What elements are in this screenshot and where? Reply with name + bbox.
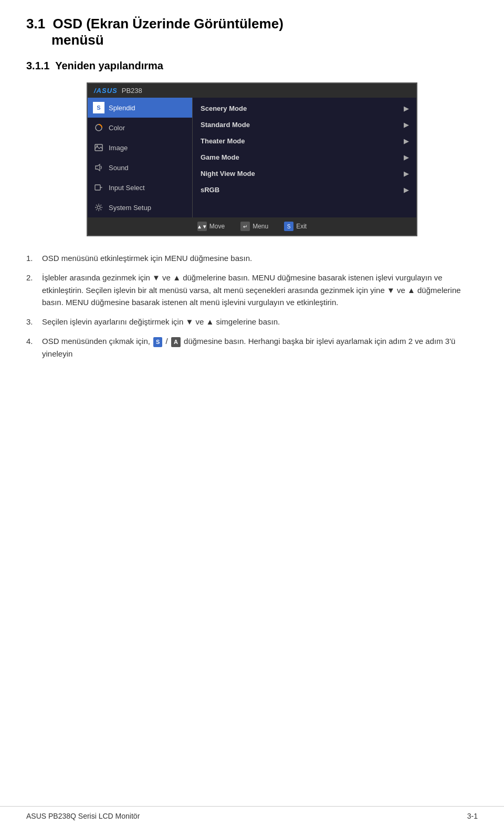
game-mode-label: Game Mode (201, 153, 239, 161)
exit-label: Exit (296, 223, 307, 230)
section-title: 3.1 OSD (Ekran Üzerinde Görüntüleme) men… (26, 16, 478, 48)
item-4-num: 4. (26, 335, 42, 360)
scenery-mode-label: Scenery Mode (201, 104, 247, 112)
standard-mode-label: Standard Mode (201, 121, 250, 129)
sub-item-scenery[interactable]: Scenery Mode ▶ (193, 100, 416, 117)
sub-item-theater[interactable]: Theater Mode ▶ (193, 133, 416, 149)
move-label: Move (209, 223, 225, 230)
input-select-icon (93, 182, 104, 193)
srgb-label: sRGB (201, 186, 219, 194)
left-menu: S Splendid Color Image (88, 98, 193, 217)
color-label: Color (109, 124, 125, 132)
item-1-num: 1. (26, 252, 42, 264)
monitor-mockup: /ASUS PB238 S Splendid Color Imag (87, 82, 417, 236)
right-menu: Scenery Mode ▶ Standard Mode ▶ Theater M… (193, 98, 416, 217)
menu-item-splendid[interactable]: S Splendid (88, 98, 192, 118)
item-3-num: 3. (26, 316, 42, 328)
monitor-model: PB238 (122, 87, 142, 95)
body-item-4: 4. OSD menüsünden çıkmak için, S / A düğ… (26, 335, 478, 360)
menu-item-color[interactable]: Color (88, 118, 192, 138)
system-setup-icon (93, 202, 104, 213)
menu-icon: ↵ (240, 222, 250, 231)
menu-item-sound[interactable]: Sound (88, 158, 192, 177)
item-2-text: İşlebler arasında gezinmek için ▼ ve ▲ d… (42, 271, 478, 308)
item-3-text: Seçilen işlevin ayarlarını değiştirmek i… (42, 316, 478, 328)
game-arrow: ▶ (404, 154, 408, 161)
footer-menu-btn[interactable]: ↵ Menu (240, 222, 268, 231)
body-item-2: 2. İşlebler arasında gezinmek için ▼ ve … (26, 271, 478, 308)
scenery-arrow: ▶ (404, 105, 408, 112)
item-1-text: OSD menüsünü etkinleştirmek için MENU dü… (42, 252, 478, 264)
subsection-title: 3.1.1 Yeniden yapılandırma (26, 60, 478, 72)
page-footer: ASUS PB238Q Serisi LCD Monitör 3-1 (0, 806, 504, 820)
night-view-label: Night View Mode (201, 170, 255, 177)
footer-exit-btn[interactable]: S Exit (284, 222, 307, 231)
monitor-header: /ASUS PB238 (88, 83, 416, 98)
s-key: S (153, 337, 162, 347)
srgb-arrow: ▶ (404, 186, 408, 194)
footer-right: 3-1 (467, 812, 478, 820)
system-setup-label: System Setup (109, 204, 151, 212)
monitor-footer: ▲▼ Move ↵ Menu S Exit (88, 217, 416, 235)
sound-label: Sound (109, 164, 129, 172)
exit-s-icon: S (284, 222, 293, 231)
sub-item-srgb[interactable]: sRGB ▶ (193, 182, 416, 198)
svg-rect-4 (95, 185, 100, 190)
svg-point-2 (97, 145, 98, 147)
color-icon (93, 122, 104, 133)
splendid-icon: S (93, 102, 104, 113)
theater-mode-label: Theater Mode (201, 137, 245, 145)
theater-arrow: ▶ (404, 138, 408, 145)
monitor-body: S Splendid Color Image (88, 98, 416, 217)
asus-logo: /ASUS (94, 87, 118, 95)
body-item-3: 3. Seçilen işlevin ayarlarını değiştirme… (26, 316, 478, 328)
image-icon (93, 142, 104, 153)
menu-label: Menu (253, 223, 268, 230)
menu-item-system-setup[interactable]: System Setup (88, 197, 192, 217)
input-select-label: Input Select (109, 184, 145, 192)
splendid-label: Splendid (109, 104, 135, 112)
body-item-1: 1. OSD menüsünü etkinleştirmek için MENU… (26, 252, 478, 264)
footer-move-btn[interactable]: ▲▼ Move (197, 222, 225, 231)
standard-arrow: ▶ (404, 121, 408, 129)
menu-item-image[interactable]: Image (88, 138, 192, 158)
sub-item-game[interactable]: Game Mode ▶ (193, 149, 416, 165)
sub-item-standard[interactable]: Standard Mode ▶ (193, 117, 416, 133)
sound-icon (93, 162, 104, 173)
image-label: Image (109, 144, 128, 152)
a-key: A (171, 337, 181, 347)
svg-marker-3 (96, 164, 100, 171)
sub-item-night-view[interactable]: Night View Mode ▶ (193, 165, 416, 182)
move-icon: ▲▼ (197, 222, 207, 231)
item-2-num: 2. (26, 271, 42, 308)
menu-item-input-select[interactable]: Input Select (88, 177, 192, 197)
footer-left: ASUS PB238Q Serisi LCD Monitör (26, 812, 140, 820)
night-arrow: ▶ (404, 170, 408, 177)
item-4-text: OSD menüsünden çıkmak için, S / A düğmes… (42, 335, 478, 360)
body-text: 1. OSD menüsünü etkinleştirmek için MENU… (26, 252, 478, 360)
